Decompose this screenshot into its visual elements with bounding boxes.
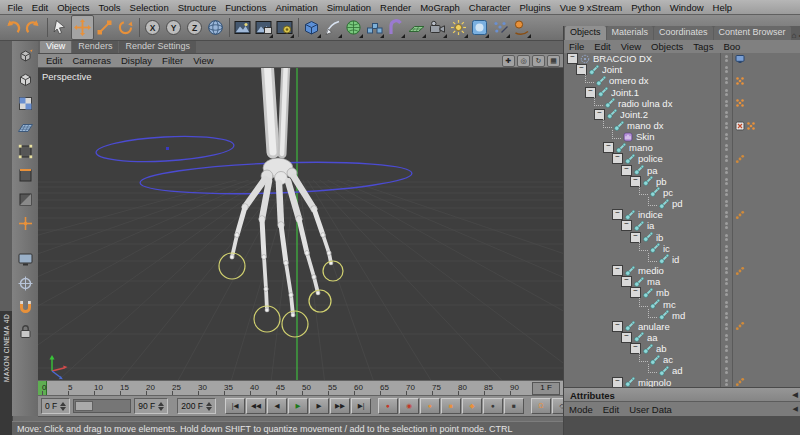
spinner-arrows[interactable] xyxy=(206,402,212,411)
add-primitive-icon[interactable] xyxy=(301,16,322,39)
magnet-button[interactable]: Ω xyxy=(531,398,551,414)
visibility-toggles[interactable] xyxy=(721,310,733,321)
add-spline-icon[interactable] xyxy=(322,16,343,39)
preview-start-field[interactable]: 0 F xyxy=(41,398,70,414)
attr-menu-user-data[interactable]: User Data xyxy=(624,404,677,415)
tree-item-pb[interactable]: −pb xyxy=(564,176,800,187)
add-light-icon[interactable] xyxy=(448,16,469,39)
visibility-toggles[interactable] xyxy=(721,365,733,376)
attr-menu-edit[interactable]: Edit xyxy=(598,404,624,415)
model-mode-icon[interactable] xyxy=(14,68,36,90)
visibility-toggles[interactable] xyxy=(721,276,733,287)
visibility-toggles[interactable] xyxy=(721,109,733,120)
play-button[interactable]: ▶ xyxy=(288,398,308,414)
menu-functions[interactable]: Functions xyxy=(221,2,271,13)
project-length-field[interactable]: 200 F xyxy=(177,398,216,414)
collapse-expander-icon[interactable]: − xyxy=(621,165,632,176)
tree-item-mignolo[interactable]: −mignolo xyxy=(564,377,800,388)
tab-coordinates[interactable]: Coordinates xyxy=(654,26,713,40)
lock-workplane-icon[interactable] xyxy=(14,320,36,342)
polygons-mode-icon[interactable] xyxy=(14,188,36,210)
rotate-view-icon[interactable]: ↻ xyxy=(532,55,545,67)
menu-render[interactable]: Render xyxy=(376,2,416,13)
tree-item-ia[interactable]: −ia xyxy=(564,220,800,231)
viewport-menu-edit[interactable]: Edit xyxy=(41,55,67,66)
points-mode-icon[interactable] xyxy=(14,140,36,162)
om-menu-tags[interactable]: Tags xyxy=(688,41,718,52)
om-menu-edit[interactable]: Edit xyxy=(589,41,615,52)
range-slider-handle[interactable] xyxy=(75,401,93,411)
visibility-toggles[interactable] xyxy=(721,321,733,332)
viewport-menu-cameras[interactable]: Cameras xyxy=(67,55,116,66)
tree-item-ic[interactable]: ic xyxy=(564,243,800,254)
tab-objects[interactable]: Objects xyxy=(565,26,606,40)
lock-z-axis-icon[interactable]: Z xyxy=(184,16,205,39)
menu-edit[interactable]: Edit xyxy=(27,2,52,13)
menu-help[interactable]: Help xyxy=(708,2,737,13)
collapse-expander-icon[interactable]: − xyxy=(612,265,623,276)
collapse-expander-icon[interactable]: − xyxy=(567,53,578,64)
visibility-toggles[interactable] xyxy=(721,75,733,86)
tree-item-md[interactable]: md xyxy=(564,310,800,321)
om-menu-view[interactable]: View xyxy=(616,41,646,52)
tab-render-settings[interactable]: Render Settings xyxy=(119,40,196,53)
visibility-toggles[interactable] xyxy=(721,332,733,343)
tab-content-browser[interactable]: Content Browser xyxy=(714,26,791,40)
weights-tag-icon[interactable] xyxy=(746,121,756,131)
tree-item-pc[interactable]: pc xyxy=(564,187,800,198)
tab-renders[interactable]: Renders xyxy=(72,40,118,53)
om-menu-boo[interactable]: Boo xyxy=(718,41,745,52)
coordinate-system-icon[interactable] xyxy=(205,16,226,39)
add-array-icon[interactable] xyxy=(364,16,385,39)
visibility-toggles[interactable] xyxy=(721,354,733,365)
tree-item-omero-dx[interactable]: omero dx xyxy=(564,75,800,86)
lock-y-axis-icon[interactable]: Y xyxy=(163,16,184,39)
scale-tool-icon[interactable] xyxy=(94,16,115,39)
render-picture-viewer-icon[interactable] xyxy=(253,16,274,39)
attributes-panel-header[interactable]: Attributes ◀ xyxy=(564,387,800,402)
visibility-toggles[interactable] xyxy=(721,98,733,109)
ik-tag-icon[interactable] xyxy=(735,266,745,276)
pan-view-icon[interactable]: ✚ xyxy=(502,55,515,67)
make-editable-icon[interactable] xyxy=(14,44,36,66)
visibility-toggles[interactable] xyxy=(721,198,733,209)
tree-item-pd[interactable]: pd xyxy=(564,198,800,209)
tree-item-mano-dx[interactable]: mano dx xyxy=(564,120,800,131)
visibility-toggles[interactable] xyxy=(721,265,733,276)
spinner-arrows[interactable] xyxy=(158,402,164,411)
menu-selection[interactable]: Selection xyxy=(125,2,173,13)
tree-item-ac[interactable]: ac xyxy=(564,354,800,365)
ik-tag-icon[interactable] xyxy=(735,154,745,164)
menu-vue-9-xstream[interactable]: Vue 9 xStream xyxy=(555,2,626,13)
menu-mograph[interactable]: MoGraph xyxy=(416,2,465,13)
expression-tag-icon[interactable] xyxy=(735,121,745,131)
preview-range-slider[interactable] xyxy=(73,399,131,413)
om-menu-objects[interactable]: Objects xyxy=(646,41,688,52)
visibility-toggles[interactable] xyxy=(721,86,733,97)
autokeying-button[interactable]: ◉ xyxy=(399,398,419,414)
render-view-icon[interactable] xyxy=(232,16,253,39)
add-sky-icon[interactable] xyxy=(469,16,490,39)
menu-simulation[interactable]: Simulation xyxy=(322,2,375,13)
tree-item-id[interactable]: id xyxy=(564,254,800,265)
enable-axis-icon[interactable] xyxy=(14,212,36,234)
tree-item-joint[interactable]: −Joint xyxy=(564,64,800,75)
viewport-menu-filter[interactable]: Filter xyxy=(157,55,188,66)
visibility-toggles[interactable] xyxy=(721,220,733,231)
record-rotation-toggle[interactable]: ◆ xyxy=(462,398,482,414)
toggle-views-icon[interactable]: ▦ xyxy=(547,55,560,67)
spinner-arrows[interactable] xyxy=(60,402,66,411)
undo-icon[interactable] xyxy=(2,16,23,39)
tree-item-police[interactable]: −police xyxy=(564,153,800,164)
visibility-toggles[interactable] xyxy=(721,142,733,153)
visibility-toggles[interactable] xyxy=(721,53,733,64)
record-position-toggle[interactable]: ● xyxy=(420,398,440,414)
collapse-expander-icon[interactable]: − xyxy=(603,142,614,153)
visibility-toggles[interactable] xyxy=(721,343,733,354)
visibility-toggles[interactable] xyxy=(721,232,733,243)
menu-character[interactable]: Character xyxy=(464,2,515,13)
tab-materials[interactable]: Materials xyxy=(607,26,654,40)
collapse-expander-icon[interactable]: − xyxy=(621,276,632,287)
add-deformer-icon[interactable] xyxy=(385,16,406,39)
ik-tag-icon[interactable] xyxy=(735,377,745,387)
